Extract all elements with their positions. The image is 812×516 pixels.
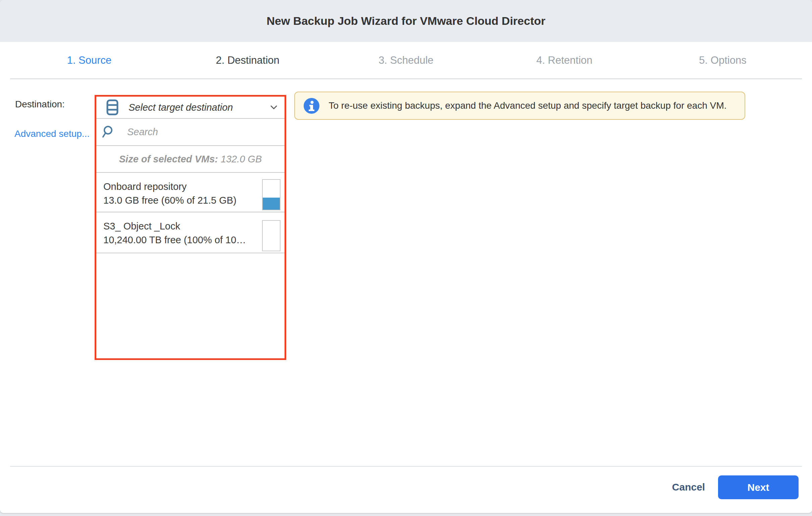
footer-divider xyxy=(10,466,802,467)
step-schedule: 3. Schedule xyxy=(327,42,485,79)
capacity-gauge xyxy=(262,220,281,251)
repository-icon xyxy=(106,99,118,115)
info-banner: To re-use existing backups, expand the A… xyxy=(294,92,745,120)
cancel-button[interactable]: Cancel xyxy=(672,482,705,493)
search-row xyxy=(96,119,285,145)
step-source[interactable]: 1. Source xyxy=(10,42,169,79)
destination-label: Destination: xyxy=(15,99,65,110)
next-button[interactable]: Next xyxy=(718,476,799,499)
destination-select-value: Select target destination xyxy=(128,102,233,113)
repository-item-s3[interactable]: S3_ Object _Lock 10,240.00 TB free (100%… xyxy=(96,212,285,253)
wizard-steps: 1. Source 2. Destination 3. Schedule 4. … xyxy=(10,42,802,79)
size-value: 132.0 GB xyxy=(221,154,262,165)
wizard-header: New Backup Job Wizard for VMware Cloud D… xyxy=(0,0,812,42)
page-title: New Backup Job Wizard for VMware Cloud D… xyxy=(267,15,546,28)
repository-item-onboard[interactable]: Onboard repository 13.0 GB free (60% of … xyxy=(96,173,285,212)
repository-free-space: 13.0 GB free (60% of 21.5 GB) xyxy=(103,195,254,206)
chevron-down-icon xyxy=(270,105,277,110)
search-icon xyxy=(102,125,114,139)
advanced-setup-link[interactable]: Advanced setup... xyxy=(14,128,90,139)
destination-picker: Select target destination Size of select… xyxy=(95,95,286,360)
step-options: 5. Options xyxy=(643,42,802,79)
info-icon xyxy=(304,98,319,114)
info-banner-text: To re-use existing backups, expand the A… xyxy=(319,100,736,111)
selected-vms-size: Size of selected VMs: 132.0 GB xyxy=(96,146,285,172)
step-retention: 4. Retention xyxy=(485,42,643,79)
divider xyxy=(96,253,285,253)
capacity-gauge xyxy=(262,179,281,210)
step-destination[interactable]: 2. Destination xyxy=(169,42,327,79)
size-label: Size of selected VMs: xyxy=(119,154,218,165)
capacity-gauge-fill xyxy=(263,198,280,210)
repository-name: Onboard repository xyxy=(103,181,254,192)
repository-free-space: 10,240.00 TB free (100% of 10… xyxy=(103,234,254,246)
wizard-dialog: New Backup Job Wizard for VMware Cloud D… xyxy=(0,0,812,513)
search-input[interactable] xyxy=(127,126,285,138)
destination-select[interactable]: Select target destination xyxy=(96,97,285,118)
repository-name: S3_ Object _Lock xyxy=(103,221,254,232)
